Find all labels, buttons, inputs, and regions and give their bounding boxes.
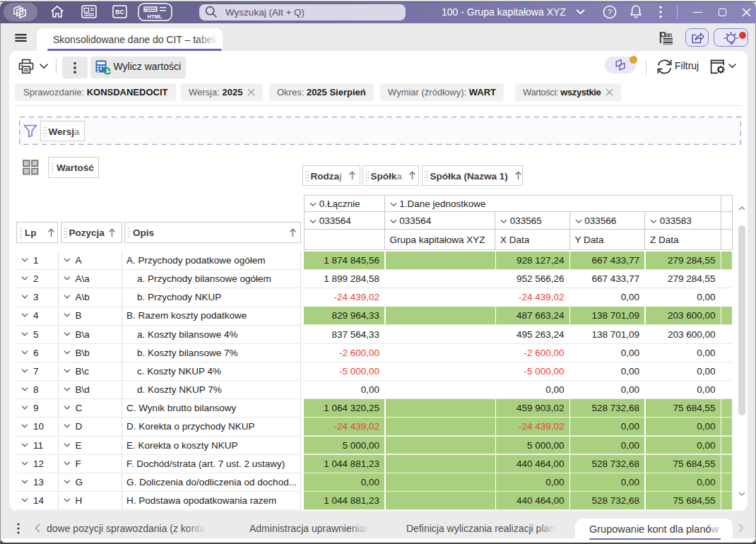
svg-text:HTML: HTML bbox=[148, 13, 163, 20]
svg-text:?: ? bbox=[608, 8, 612, 16]
svg-text:BC: BC bbox=[115, 8, 124, 16]
